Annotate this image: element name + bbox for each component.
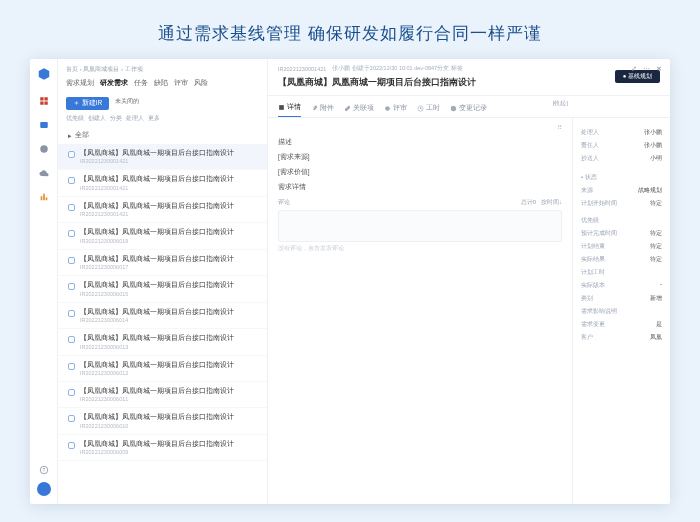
item-type-icon xyxy=(68,283,75,290)
item-type-icon xyxy=(68,442,75,449)
item-id: IR20221230006015 xyxy=(80,291,257,297)
collapse-side-button[interactable]: [收起] xyxy=(553,99,568,108)
filter-assignee[interactable]: 处理人 xyxy=(126,114,144,123)
detail-tab-hours[interactable]: 工时 xyxy=(417,100,440,117)
detail-main: ⠿ 描述 [需求来源] [需求价值] 需求详情 评论 总计0 按时间↓ 没有评论… xyxy=(268,118,572,504)
detail-tab-relation[interactable]: 关联项 xyxy=(344,100,374,117)
rail-item-home[interactable] xyxy=(36,93,52,109)
comments-sort[interactable]: 按时间↓ xyxy=(541,199,562,205)
filter-creator[interactable]: 创建人 xyxy=(88,114,106,123)
item-type-icon xyxy=(68,204,75,211)
comments-label: 评论 xyxy=(278,198,290,207)
item-id: IR20221230006012 xyxy=(80,370,257,376)
detail-meta-text: 张小鹏 创建于2022/12/30 10:01 dev-0847分支 标签 xyxy=(332,65,462,72)
drag-handle-icon[interactable]: ⠿ xyxy=(557,124,562,132)
section-value: [需求价值] xyxy=(278,168,562,177)
work-item-row[interactable]: 【凤凰商城】凤凰商城一期项目后台接口指南设计IR20221230001421 xyxy=(58,197,267,223)
work-item-list-pane: 首页 › 凤凰商城项目 › 工作项 需求规划 研发需求 任务 缺陷 评审 风险 … xyxy=(58,59,268,504)
user-avatar[interactable] xyxy=(37,482,51,496)
item-id: IR20221230006009 xyxy=(80,449,257,455)
tab-planning[interactable]: 需求规划 xyxy=(66,78,94,88)
tab-bug[interactable]: 缺陷 xyxy=(154,78,168,88)
svg-text:?: ? xyxy=(42,467,45,473)
item-type-icon xyxy=(68,310,75,317)
item-title: 【凤凰商城】凤凰商城一期项目后台接口指南设计 xyxy=(80,440,257,448)
item-title: 【凤凰商城】凤凰商城一期项目后台接口指南设计 xyxy=(80,308,257,316)
section-description: 描述 xyxy=(278,138,562,147)
filter-preset[interactable]: 未关闭的 xyxy=(115,97,139,106)
detail-sidebar: 处理人张小鹏 责任人张小鹏 抄送人小明 • 状态 来源战略规划 计划开始时间待定… xyxy=(572,118,670,504)
detail-tab-attachment[interactable]: 附件 xyxy=(311,100,334,117)
item-title: 【凤凰商城】凤凰商城一期项目后台接口指南设计 xyxy=(80,334,257,342)
svg-rect-4 xyxy=(279,105,284,110)
item-type-icon xyxy=(68,336,75,343)
new-ir-button[interactable]: ＋ 新建IR xyxy=(66,97,109,110)
rail-item-projects[interactable] xyxy=(36,117,52,133)
work-item-row[interactable]: 【凤凰商城】凤凰商城一期项目后台接口指南设计IR20221230006010 xyxy=(58,408,267,434)
detail-tab-info[interactable]: 详情 xyxy=(278,100,301,117)
work-item-row[interactable]: 【凤凰商城】凤凰商城一期项目后台接口指南设计IR20221230006013 xyxy=(58,329,267,355)
rail-item-cloud[interactable] xyxy=(36,165,52,181)
tab-rd-requirement[interactable]: 研发需求 xyxy=(100,78,128,88)
item-type-icon xyxy=(68,415,75,422)
breadcrumb[interactable]: 首页 › 凤凰商城项目 › 工作项 xyxy=(66,65,259,74)
work-item-row[interactable]: 【凤凰商城】凤凰商城一期项目后台接口指南设计IR20221230006017 xyxy=(58,250,267,276)
work-item-row[interactable]: 【凤凰商城】凤凰商城一期项目后台接口指南设计IR20221230006019 xyxy=(58,223,267,249)
item-title: 【凤凰商城】凤凰商城一期项目后台接口指南设计 xyxy=(80,175,257,183)
close-icon[interactable]: ✕ xyxy=(656,65,662,73)
left-rail: ? xyxy=(30,59,58,504)
detail-title: 【凤凰商城】凤凰商城一期项目后台接口指南设计 xyxy=(278,76,660,89)
item-title: 【凤凰商城】凤凰商城一期项目后台接口指南设计 xyxy=(80,387,257,395)
item-type-icon xyxy=(68,177,75,184)
work-item-row[interactable]: 【凤凰商城】凤凰商城一期项目后台接口指南设计IR20221230006015 xyxy=(58,276,267,302)
list-section-all[interactable]: ▸ 全部 xyxy=(58,127,267,144)
item-id: IR20221230001421 xyxy=(80,211,257,217)
item-title: 【凤凰商城】凤凰商城一期项目后台接口指南设计 xyxy=(80,413,257,421)
item-type-icon xyxy=(68,230,75,237)
section-detail: 需求详情 xyxy=(278,183,562,192)
filter-priority[interactable]: 优先级 xyxy=(66,114,84,123)
item-title: 【凤凰商城】凤凰商城一期项目后台接口指南设计 xyxy=(80,281,257,289)
svg-point-1 xyxy=(40,145,48,153)
comments-count: 总计0 xyxy=(521,199,536,205)
work-item-row[interactable]: 【凤凰商城】凤凰商城一期项目后台接口指南设计IR20221230006012 xyxy=(58,356,267,382)
work-item-row[interactable]: 【凤凰商城】凤凰商城一期项目后台接口指南设计IR20221230001421 xyxy=(58,170,267,196)
product-logo xyxy=(37,67,51,81)
rail-item-help[interactable]: ? xyxy=(36,462,52,478)
rail-item-ci[interactable] xyxy=(36,141,52,157)
work-item-row[interactable]: 【凤凰商城】凤凰商城一期项目后台接口指南设计IR20221230001421 xyxy=(58,144,267,170)
filter-category[interactable]: 分类 xyxy=(110,114,122,123)
work-item-row[interactable]: 【凤凰商城】凤凰商城一期项目后台接口指南设计IR20221230006011 xyxy=(58,382,267,408)
item-type-icon xyxy=(68,389,75,396)
item-title: 【凤凰商城】凤凰商城一期项目后台接口指南设计 xyxy=(80,361,257,369)
work-item-list: 【凤凰商城】凤凰商城一期项目后台接口指南设计IR20221230001421【凤… xyxy=(58,144,267,504)
item-title: 【凤凰商城】凤凰商城一期项目后台接口指南设计 xyxy=(80,255,257,263)
item-type-icon xyxy=(68,363,75,370)
work-item-row[interactable]: 【凤凰商城】凤凰商城一期项目后台接口指南设计IR20221230006009 xyxy=(58,435,267,461)
item-id: IR20221230006010 xyxy=(80,423,257,429)
comment-input[interactable] xyxy=(278,210,562,242)
filter-more[interactable]: 更多 xyxy=(148,114,160,123)
rail-item-reports[interactable] xyxy=(36,189,52,205)
item-id: IR20221230006014 xyxy=(80,317,257,323)
expand-icon[interactable]: ⤢ xyxy=(631,65,637,73)
tab-risk[interactable]: 风险 xyxy=(194,78,208,88)
item-id: IR20221230006011 xyxy=(80,396,257,402)
tab-review[interactable]: 评审 xyxy=(174,78,188,88)
comments-empty: 没有评论，点击发表评论 xyxy=(278,245,562,252)
work-item-row[interactable]: 【凤凰商城】凤凰商城一期项目后台接口指南设计IR20221230006014 xyxy=(58,303,267,329)
more-icon[interactable]: ⋯ xyxy=(643,65,650,73)
item-id: IR20221230001421 xyxy=(80,185,257,191)
item-id: IR20221230006013 xyxy=(80,344,257,350)
item-type-icon xyxy=(68,257,75,264)
svg-point-5 xyxy=(385,106,390,111)
detail-pane: ⤢ ⋯ ✕ IR20221230001421 张小鹏 创建于2022/12/30… xyxy=(268,59,670,504)
detail-tab-changelog[interactable]: 变更记录 xyxy=(450,100,487,117)
tab-task[interactable]: 任务 xyxy=(134,78,148,88)
item-title: 【凤凰商城】凤凰商城一期项目后台接口指南设计 xyxy=(80,202,257,210)
app-window: ? 首页 › 凤凰商城项目 › 工作项 需求规划 研发需求 任务 缺陷 评审 风… xyxy=(30,59,670,504)
item-type-icon xyxy=(68,151,75,158)
svg-rect-0 xyxy=(40,122,48,128)
detail-id: IR20221230001421 xyxy=(278,66,326,72)
detail-tab-review[interactable]: 评审 xyxy=(384,100,407,117)
